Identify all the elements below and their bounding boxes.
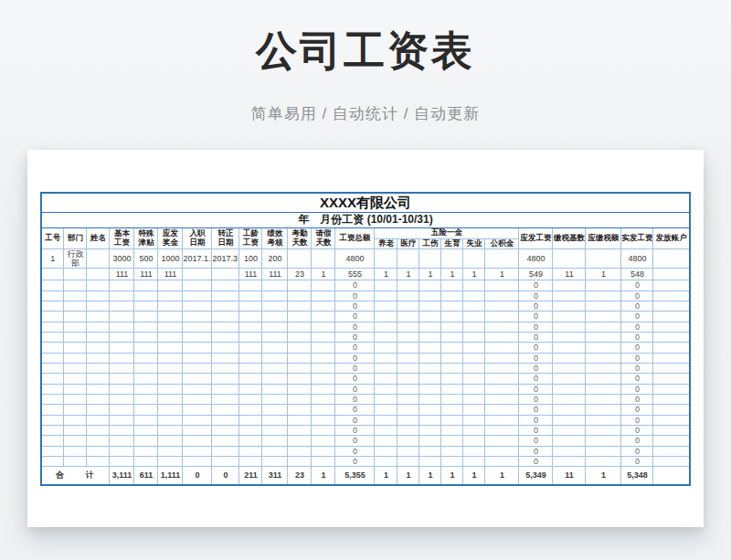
table-row: 000 xyxy=(41,312,690,322)
cell xyxy=(553,343,586,353)
cell xyxy=(87,343,110,353)
cell xyxy=(41,457,64,467)
cell: 0 xyxy=(335,394,375,404)
cell xyxy=(419,436,441,446)
cell xyxy=(485,322,519,332)
cell: 0 xyxy=(621,405,653,415)
cell: 4800 xyxy=(621,248,653,269)
cell xyxy=(288,343,312,353)
table-row: 000 xyxy=(41,291,690,301)
cell: 0 xyxy=(621,426,653,436)
cell xyxy=(375,322,397,332)
cell: 0 xyxy=(335,405,375,415)
cell xyxy=(183,426,212,436)
col-header-seniority-pay: 工龄 工资 xyxy=(239,227,262,248)
cell xyxy=(463,363,485,373)
cell: 0 xyxy=(519,436,553,446)
total-cell: 611 xyxy=(134,467,158,485)
total-cell: 1 xyxy=(375,467,397,485)
cell xyxy=(586,248,621,269)
cell: 0 xyxy=(335,332,375,342)
cell xyxy=(312,446,335,456)
cell xyxy=(485,280,519,291)
cell xyxy=(134,332,158,342)
cell xyxy=(134,374,158,384)
cell xyxy=(553,332,586,342)
cell: 1 xyxy=(312,269,335,280)
cell xyxy=(397,374,419,384)
total-cell: 1 xyxy=(586,467,621,485)
cell xyxy=(262,394,288,404)
cell xyxy=(134,446,158,456)
cell xyxy=(375,353,397,363)
cell xyxy=(312,405,335,415)
cell xyxy=(586,405,621,415)
cell xyxy=(158,374,183,384)
cell xyxy=(463,394,485,404)
cell: 1 xyxy=(463,269,485,280)
cell: 0 xyxy=(621,332,653,342)
cell: 0 xyxy=(335,312,375,322)
cell xyxy=(262,363,288,373)
col-header-tax-amount: 应缴税额 xyxy=(586,227,621,248)
cell xyxy=(262,415,288,425)
col-header-gross-salary: 工资总额 xyxy=(335,227,375,248)
cell xyxy=(441,322,463,332)
period-row: 年 月份工资 (10/01-10/31) xyxy=(41,212,690,227)
cell xyxy=(158,363,183,373)
cell xyxy=(262,322,288,332)
cell xyxy=(375,446,397,456)
cell xyxy=(553,322,586,332)
cell: 111 xyxy=(110,269,134,280)
cell xyxy=(183,436,212,446)
cell xyxy=(312,248,335,269)
cell xyxy=(653,363,690,373)
cell xyxy=(134,415,158,425)
cell xyxy=(110,384,134,394)
cell xyxy=(375,457,397,467)
cell xyxy=(586,436,621,446)
cell xyxy=(110,436,134,446)
cell xyxy=(485,415,519,425)
cell xyxy=(183,301,212,311)
cell xyxy=(375,248,397,269)
cell xyxy=(586,426,621,436)
cell xyxy=(397,353,419,363)
cell: 1 xyxy=(375,269,397,280)
total-label: 合 计 xyxy=(41,467,110,485)
cell xyxy=(553,457,586,467)
cell: 0 xyxy=(335,322,375,332)
total-cell: 23 xyxy=(288,467,312,485)
cell: 0 xyxy=(621,280,653,291)
cell xyxy=(553,280,586,291)
total-cell: 5,355 xyxy=(335,467,375,485)
total-cell: 311 xyxy=(262,467,288,485)
cell xyxy=(239,353,262,363)
cell xyxy=(586,415,621,425)
cell xyxy=(397,384,419,394)
cell xyxy=(653,248,690,269)
cell xyxy=(312,291,335,301)
cell xyxy=(87,457,110,467)
cell xyxy=(288,405,312,415)
col-header-net-salary: 实发工资 xyxy=(621,227,653,248)
cell: 0 xyxy=(519,384,553,394)
table-row: 000 xyxy=(41,280,690,291)
cell xyxy=(212,426,239,436)
cell xyxy=(485,312,519,322)
table-body: 1行政部300050010002017.1.12017.3.1100200480… xyxy=(41,248,690,467)
cell xyxy=(653,405,690,415)
cell xyxy=(653,301,690,311)
cell xyxy=(87,394,110,404)
cell: 0 xyxy=(335,446,375,456)
cell: 0 xyxy=(519,446,553,456)
cell xyxy=(586,384,621,394)
col-header-regular-date: 转正 日期 xyxy=(212,227,239,248)
cell xyxy=(134,426,158,436)
cell: 11 xyxy=(553,269,586,280)
cell xyxy=(312,457,335,467)
cell xyxy=(553,426,586,436)
cell xyxy=(87,291,110,301)
cell xyxy=(653,415,690,425)
cell xyxy=(553,394,586,404)
